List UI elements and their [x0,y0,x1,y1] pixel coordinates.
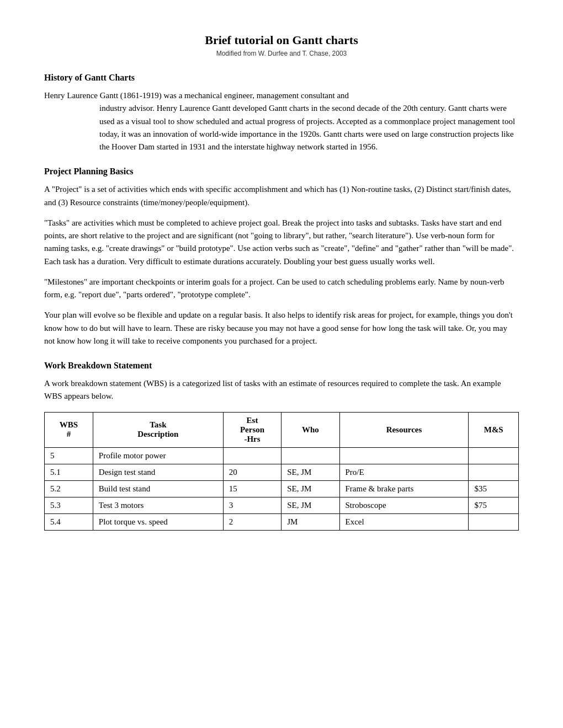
planning-heading: Project Planning Basics [44,167,519,176]
col-task: TaskDescription [93,412,223,447]
history-heading: History of Gantt Charts [44,73,519,83]
wbs-section: Work Breakdown Statement A work breakdow… [44,361,519,531]
planning-para2: "Tasks" are activities which must be com… [44,217,519,268]
cell-est: 3 [223,497,281,513]
cell-wbs: 5.1 [45,464,93,480]
planning-section: Project Planning Basics A "Project" is a… [44,167,519,347]
wbs-table: WBS# TaskDescription EstPerson-Hrs Who R… [44,412,519,531]
cell-who: SE, JM [282,464,339,480]
col-est: EstPerson-Hrs [223,412,281,447]
cell-ms: $35 [469,480,519,497]
table-row: 5.4 Plot torque vs. speed 2 JM Excel [45,513,519,530]
table-header-row: WBS# TaskDescription EstPerson-Hrs Who R… [45,412,519,447]
wbs-intro: A work breakdown statement (WBS) is a ca… [44,377,519,403]
wbs-heading: Work Breakdown Statement [44,361,519,371]
cell-wbs: 5.4 [45,513,93,530]
cell-est [223,447,281,464]
page-subtitle: Modified from W. Durfee and T. Chase, 20… [44,50,519,57]
table-row: 5.3 Test 3 motors 3 SE, JM Stroboscope $… [45,497,519,513]
cell-task: Design test stand [93,464,223,480]
history-paragraph: Henry Laurence Gantt (1861-1919) was a m… [44,89,519,153]
col-wbs: WBS# [45,412,93,447]
cell-ms [469,464,519,480]
page-container: Brief tutorial on Gantt charts Modified … [44,33,519,531]
cell-ms [469,447,519,464]
cell-who: SE, JM [282,480,339,497]
cell-who: JM [282,513,339,530]
cell-resources [339,447,469,464]
cell-resources: Stroboscope [339,497,469,513]
col-ms: M&S [469,412,519,447]
planning-para4: Your plan will evolve so be flexible and… [44,309,519,347]
cell-task: Test 3 motors [93,497,223,513]
page-title-block: Brief tutorial on Gantt charts [44,33,519,47]
col-who: Who [282,412,339,447]
cell-ms: $75 [469,497,519,513]
page-title: Brief tutorial on Gantt charts [44,33,519,47]
cell-resources: Pro/E [339,464,469,480]
cell-est: 15 [223,480,281,497]
cell-task: Plot torque vs. speed [93,513,223,530]
cell-wbs: 5.3 [45,497,93,513]
cell-wbs: 5.2 [45,480,93,497]
table-row: 5.2 Build test stand 15 SE, JM Frame & b… [45,480,519,497]
cell-ms [469,513,519,530]
history-indented-text: industry advisor. Henry Laurence Gantt d… [99,102,519,153]
history-first-line: Henry Laurence Gantt (1861-1919) was a m… [44,89,519,102]
cell-resources: Excel [339,513,469,530]
table-row: 5 Profile motor power [45,447,519,464]
col-resources: Resources [339,412,469,447]
cell-est: 20 [223,464,281,480]
table-row: 5.1 Design test stand 20 SE, JM Pro/E [45,464,519,480]
history-section: History of Gantt Charts Henry Laurence G… [44,73,519,153]
cell-who [282,447,339,464]
cell-est: 2 [223,513,281,530]
cell-wbs: 5 [45,447,93,464]
cell-resources: Frame & brake parts [339,480,469,497]
planning-para3: "Milestones" are important checkpoints o… [44,276,519,302]
cell-task: Profile motor power [93,447,223,464]
cell-task: Build test stand [93,480,223,497]
planning-para1: A "Project" is a set of activities which… [44,183,519,209]
cell-who: SE, JM [282,497,339,513]
